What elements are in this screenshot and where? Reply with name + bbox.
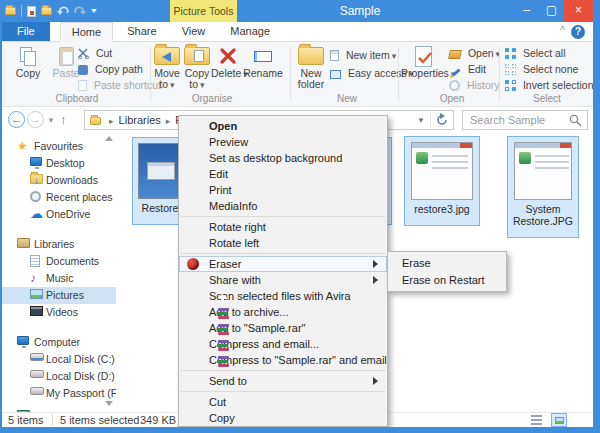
qat-separator (21, 5, 22, 17)
menu-item-eraser[interactable]: Eraser (179, 256, 387, 272)
sidebar-item-favourites[interactable]: ★Favourites (2, 138, 116, 155)
downloads-folder-icon (30, 174, 43, 184)
submenu-item-erase-on-restart[interactable]: Erase on Restart (388, 272, 506, 289)
menu-item-rotate-right[interactable]: Rotate right (179, 219, 387, 235)
sidebar-item-recent-places[interactable]: Recent places (2, 189, 116, 206)
thumbnail-view-button[interactable] (551, 413, 567, 427)
picture-tools-contextual-tab[interactable]: Picture Tools (170, 0, 237, 22)
search-icon (569, 114, 582, 127)
tab-home[interactable]: Home (60, 22, 113, 42)
qat-dropdown-icon[interactable] (91, 9, 97, 13)
paste-shortcut-button[interactable]: Paste shortcut (78, 78, 161, 93)
sidebar-item-desktop[interactable]: Desktop (2, 155, 116, 172)
rename-button[interactable]: Rename (243, 44, 283, 79)
sidebar-item-computer[interactable]: Computer (2, 334, 116, 351)
collapse-ribbon-icon[interactable]: ^ (560, 25, 565, 36)
move-to-button[interactable]: Move to (153, 44, 181, 91)
invert-selection-button[interactable]: Invert selection (505, 78, 594, 93)
properties-button[interactable]: Properties (401, 44, 445, 80)
submenu-arrow-icon (373, 276, 378, 284)
status-divider (52, 414, 53, 426)
copy-path-icon (78, 65, 88, 75)
close-button[interactable]: × (564, 0, 593, 22)
libraries-icon (17, 238, 30, 248)
refresh-icon[interactable] (435, 113, 449, 127)
eraser-submenu: Erase Erase on Restart (387, 251, 507, 292)
menu-item-send-to[interactable]: Send to (179, 373, 387, 389)
history-button[interactable]: History (449, 78, 500, 93)
breadcrumb-root[interactable]: Libraries (119, 114, 161, 126)
tab-view[interactable]: View (171, 22, 217, 41)
sidebar-item-documents[interactable]: Documents (2, 253, 116, 270)
delete-button[interactable]: Delete (211, 44, 245, 80)
cut-button[interactable]: Cut (78, 46, 112, 61)
search-placeholder: Search Sample (470, 114, 545, 126)
copy-path-button[interactable]: Copy path (78, 62, 143, 77)
back-button[interactable]: ← (8, 111, 25, 128)
menu-item-open[interactable]: Open (179, 118, 387, 134)
new-item-button[interactable]: New item (330, 48, 396, 63)
menu-item-scan-with-avira[interactable]: Scan selected files with Avira (179, 288, 387, 304)
tab-file[interactable]: File (2, 22, 50, 41)
sidebar-item-local-disk-d[interactable]: Local Disk (D:) (2, 368, 116, 385)
tab-manage[interactable]: Manage (219, 22, 281, 41)
help-icon[interactable]: ? (571, 25, 585, 39)
search-input[interactable]: Search Sample (462, 110, 588, 130)
file-item-restore3[interactable]: restore3.jpg (404, 136, 480, 226)
sidebar-item-local-disk-c[interactable]: Local Disk (C:) (2, 351, 116, 368)
menu-item-rotate-left[interactable]: Rotate left (179, 235, 387, 251)
menu-item-print[interactable]: Print (179, 182, 387, 198)
invert-selection-icon (505, 80, 516, 91)
cut-icon (78, 48, 89, 59)
group-label-organise: Organise (167, 93, 257, 104)
menu-item-add-to-archive[interactable]: Add to archive... (179, 304, 387, 320)
undo-icon[interactable] (57, 6, 69, 16)
sidebar-item-downloads[interactable]: Downloads (2, 172, 116, 189)
sidebar-item-libraries[interactable]: Libraries (2, 236, 116, 253)
properties-qat-icon[interactable] (27, 6, 36, 17)
group-label-clipboard: Clipboard (32, 93, 122, 104)
sidebar-item-videos[interactable]: Videos (2, 304, 116, 321)
new-folder-qat-icon[interactable] (41, 7, 52, 15)
new-folder-button[interactable]: New folder (294, 44, 328, 90)
sidebar-item-music[interactable]: ♪Music (2, 270, 116, 287)
sidebar-item-my-passport-f[interactable]: My Passport (F:) (2, 385, 116, 402)
select-all-icon (505, 48, 516, 59)
maximize-button[interactable]: ▢ (539, 0, 564, 22)
menu-item-preview[interactable]: Preview (179, 134, 387, 150)
copy-button[interactable]: Copy (8, 44, 48, 79)
redo-icon[interactable] (74, 6, 86, 16)
edit-icon (449, 68, 460, 78)
address-dropdown-icon[interactable]: ▼ (417, 116, 425, 125)
selected-size: 349 KB (140, 414, 176, 426)
submenu-item-erase[interactable]: Erase (388, 255, 506, 272)
up-button[interactable]: ↑ (60, 112, 67, 127)
select-none-button[interactable]: Select none (505, 62, 578, 77)
paste-shortcut-icon (78, 80, 87, 91)
history-icon (449, 80, 460, 91)
menu-item-cut[interactable]: Cut (179, 394, 387, 410)
select-all-button[interactable]: Select all (505, 46, 566, 61)
forward-button[interactable]: → (27, 111, 44, 128)
copy-to-button[interactable]: Copy to (183, 44, 211, 91)
drive-icon (30, 353, 44, 361)
menu-item-copy[interactable]: Copy (179, 410, 387, 426)
tab-share[interactable]: Share (116, 22, 167, 41)
menu-item-compress-to-sample-rar-and-email[interactable]: Compress to "Sample.rar" and email (179, 352, 387, 368)
menu-item-compress-and-email[interactable]: Compress and email... (179, 336, 387, 352)
file-name: System Restore.JPG (508, 203, 578, 227)
menu-item-mediainfo[interactable]: MediaInfo (179, 198, 387, 214)
sidebar-item-pictures[interactable]: Pictures (2, 287, 116, 304)
file-item-system-restore[interactable]: System Restore.JPG (507, 136, 579, 238)
menu-item-share-with[interactable]: Share with (179, 272, 387, 288)
edit-button[interactable]: Edit (449, 62, 486, 77)
sidebar-item-onedrive[interactable]: ☁OneDrive (2, 206, 116, 223)
menu-item-edit[interactable]: Edit (179, 166, 387, 182)
menu-item-add-to-sample-rar[interactable]: Add to "Sample.rar" (179, 320, 387, 336)
history-dropdown-icon[interactable]: ▼ (47, 116, 55, 125)
menu-item-set-as-desktop-background[interactable]: Set as desktop background (179, 150, 387, 166)
details-view-button[interactable] (529, 413, 545, 427)
open-button[interactable]: Open (449, 46, 500, 61)
menu-separator (181, 253, 385, 254)
minimize-button[interactable]: – (514, 0, 539, 22)
